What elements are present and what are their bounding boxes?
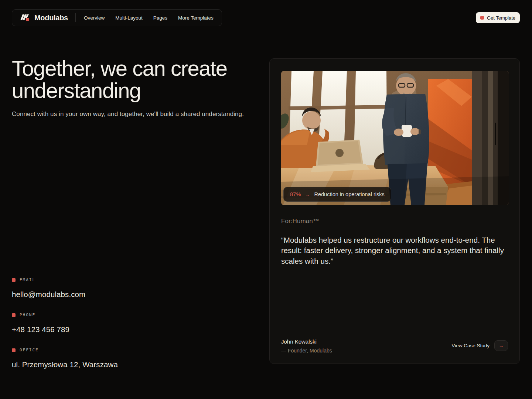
get-template-label: Get Template (487, 15, 515, 21)
view-case-study-arrow-button[interactable]: → (494, 340, 508, 351)
nav-links: Overview Multi-Layout Pages More Templat… (84, 15, 214, 21)
contact-group-email: EMAIL hello@modulabs.com (12, 277, 118, 299)
arrow-right-icon: → (305, 192, 310, 197)
testimonial-author: John Kowalski — Founder, Modulabs (281, 338, 332, 354)
contact-label-email: EMAIL (20, 277, 35, 282)
stat-value: 87% (290, 191, 301, 197)
red-square-icon (12, 313, 16, 317)
red-square-icon (480, 16, 484, 20)
nav-divider (75, 13, 76, 22)
nav-item-more-templates[interactable]: More Templates (178, 15, 214, 21)
modulabs-logo-icon (19, 13, 31, 22)
client-brand-mark: For:Human™ (281, 218, 319, 225)
landing-page: Modulabs Overview Multi-Layout Pages Mor… (0, 0, 532, 399)
nav-item-multi-layout[interactable]: Multi-Layout (115, 15, 143, 21)
stat-badge: 87% → Reduction in operational risks (283, 187, 391, 202)
contact-value-email[interactable]: hello@modulabs.com (12, 290, 118, 299)
case-study-photo: 87% → Reduction in operational risks (281, 71, 509, 205)
nav-item-overview[interactable]: Overview (84, 15, 105, 21)
contact-label-office: OFFICE (20, 348, 39, 352)
brand-logo[interactable]: Modulabs (19, 13, 68, 22)
red-square-icon (12, 278, 16, 282)
case-study-card: 87% → Reduction in operational risks For… (269, 58, 520, 364)
view-case-study[interactable]: View Case Study → (451, 340, 508, 351)
author-role: — Founder, Modulabs (281, 348, 332, 354)
contact-value-phone[interactable]: +48 123 456 789 (12, 325, 118, 334)
contact-value-office: ul. Przemysłowa 12, Warszawa (12, 360, 118, 369)
arrow-right-icon: → (499, 343, 504, 348)
page-title-line1: Together, we can create (12, 56, 227, 80)
contact-group-phone: PHONE +48 123 456 789 (12, 313, 118, 334)
testimonial-quote: “Modulabs helped us restructure our work… (281, 235, 509, 266)
stat-label: Reduction in operational risks (314, 191, 384, 197)
top-navigation: Modulabs Overview Multi-Layout Pages Mor… (12, 9, 222, 26)
page-title-line2: understanding (12, 78, 141, 102)
view-case-study-label: View Case Study (451, 343, 490, 348)
contact-label-phone: PHONE (20, 313, 35, 317)
nav-item-pages[interactable]: Pages (153, 15, 167, 21)
page-subtitle: Connect with us in your own way, and tog… (12, 110, 244, 118)
contact-group-office: OFFICE ul. Przemysłowa 12, Warszawa (12, 348, 118, 369)
office-scene-illustration (281, 71, 509, 205)
author-name: John Kowalski (281, 338, 332, 345)
get-template-button[interactable]: Get Template (476, 12, 520, 23)
page-title: Together, we can create understanding (12, 57, 270, 102)
brand-name: Modulabs (34, 14, 68, 22)
contact-list: EMAIL hello@modulabs.com PHONE +48 123 4… (12, 277, 118, 383)
red-square-icon (12, 348, 16, 352)
